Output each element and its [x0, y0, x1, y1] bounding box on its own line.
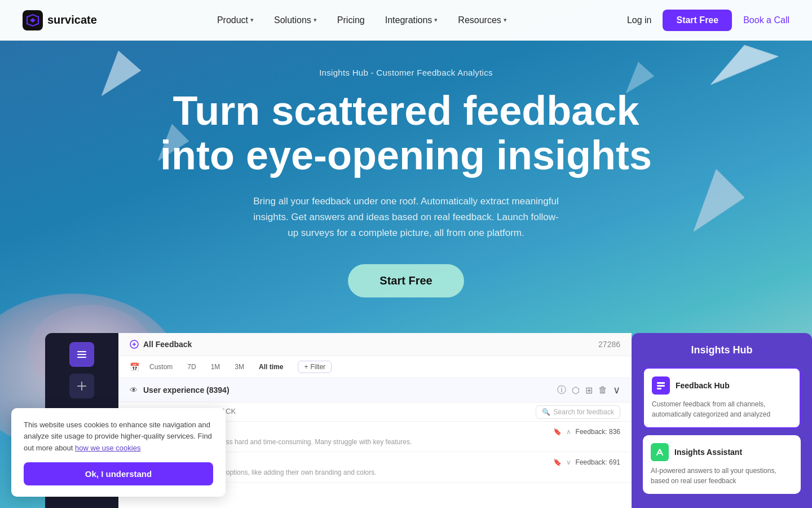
nav-item-resources[interactable]: Resources ▾	[458, 15, 506, 25]
book-call-button[interactable]: Book a Call	[743, 15, 789, 25]
feedback-hub-desc: Customer feedback from all channels, aut…	[652, 399, 792, 419]
ux-actions: ⓘ ⬡ ⊞ 🗑 ∨	[557, 384, 620, 396]
filter-tab-alltime[interactable]: All time	[254, 361, 288, 373]
search-icon: 🔍	[542, 408, 550, 416]
chevron-icon: ▾	[314, 16, 317, 24]
logo-icon	[23, 10, 43, 30]
svg-rect-13	[77, 354, 86, 355]
list-icon	[76, 349, 87, 360]
plus-icon: +	[304, 363, 308, 371]
feedback-hub-title: Feedback Hub	[676, 381, 730, 390]
insights-assistant-title: Insights Assistant	[674, 448, 742, 457]
feedback-icon	[130, 340, 139, 349]
filter-button[interactable]: + Filter	[298, 361, 332, 373]
hero-title-line1: Turn scattered feedback	[173, 88, 639, 133]
feedback-count-1: Feedback: 836	[576, 428, 620, 436]
nav-item-pricing[interactable]: Pricing	[337, 15, 365, 25]
feedback-count-2: Feedback: 691	[576, 458, 620, 466]
info-button[interactable]: ⓘ	[557, 384, 566, 396]
insights-assistant-icon	[651, 443, 669, 461]
delete-button[interactable]: 🗑	[598, 385, 607, 395]
filter-tab-1m[interactable]: 1M	[206, 361, 225, 373]
eye-icon: 👁	[130, 386, 138, 395]
chevron-icon: ▾	[250, 16, 254, 24]
share-button[interactable]: ⬡	[572, 385, 580, 396]
insight-card-feedback-hub[interactable]: Feedback Hub Customer feedback from all …	[643, 367, 801, 428]
hero-description: Bring all your feedback under one roof. …	[248, 194, 564, 241]
insight-card-insights-assistant[interactable]: Insights Assistant AI-powered answers to…	[643, 435, 801, 494]
ux-title: User experience (8394)	[143, 386, 551, 395]
svg-rect-16	[77, 386, 86, 387]
hero-section: Insights Hub - Customer Feedback Analyti…	[0, 41, 812, 297]
insights-panel-title: Insights Hub	[643, 344, 801, 356]
bookmark-btn-2[interactable]: 🔖	[553, 458, 562, 466]
insights-panel: Insights Hub Feedback Hub Customer feedb…	[632, 333, 812, 508]
svg-rect-20	[657, 388, 661, 389]
add-icon	[76, 380, 87, 392]
sidebar-icon-add[interactable]	[69, 374, 94, 398]
search-placeholder-text: Search for feedback	[554, 408, 614, 416]
svg-rect-19	[657, 385, 665, 387]
start-free-button[interactable]: Start Free	[663, 10, 732, 31]
filter-tab-7d[interactable]: 7D	[183, 361, 200, 373]
feedback-actions-1: 🔖 ∧ Feedback: 836	[553, 428, 620, 436]
feedback-actions-2: 🔖 ∨ Feedback: 691	[553, 458, 620, 466]
calendar-icon: 📅	[130, 362, 139, 371]
cookie-banner: This website uses cookies to enhance sit…	[11, 408, 226, 497]
feedback-hub-icon	[652, 376, 670, 395]
navbar: survicate Product ▾ Solutions ▾ Pricing …	[0, 0, 812, 41]
feedback-total-count: 27286	[598, 340, 620, 349]
hero-title: Turn scattered feedback into eye-opening…	[160, 89, 652, 178]
user-experience-row: 👁 User experience (8394) ⓘ ⬡ ⊞ 🗑 ∨	[118, 378, 632, 402]
filter-tab-3m[interactable]: 3M	[230, 361, 249, 373]
cookie-text: This website uses cookies to enhance sit…	[24, 419, 213, 454]
downvote-btn-2[interactable]: ∨	[566, 458, 571, 466]
chevron-icon: ▾	[434, 16, 438, 24]
panel-header: All Feedback 27286	[118, 333, 632, 356]
cookie-accept-button[interactable]: Ok, I understand	[24, 462, 213, 485]
upvote-btn-1[interactable]: ∧	[566, 428, 571, 436]
bookmark-btn-1[interactable]: 🔖	[553, 428, 562, 436]
hero-title-line2: into eye-opening insights	[160, 133, 652, 178]
hero-subtitle: Insights Hub - Customer Feedback Analyti…	[319, 68, 493, 77]
filter-tab-custom[interactable]: Custom	[145, 361, 177, 373]
filter-bar: 📅 Custom 7D 1M 3M All time + Filter	[118, 356, 632, 378]
brand-name: survicate	[47, 14, 97, 27]
navbar-actions: Log in Start Free Book a Call	[627, 10, 789, 31]
insights-assistant-desc: AI-powered answers to all your questions…	[651, 466, 793, 486]
brand-logo[interactable]: survicate	[23, 10, 97, 30]
nav-item-solutions[interactable]: Solutions ▾	[274, 15, 317, 25]
login-button[interactable]: Log in	[627, 15, 652, 25]
search-box[interactable]: 🔍 Search for feedback	[536, 405, 620, 419]
hero-cta-button[interactable]: Start Free	[348, 264, 464, 297]
chevron-icon: ▾	[504, 16, 507, 24]
nav-item-integrations[interactable]: Integrations ▾	[385, 15, 438, 25]
svg-rect-12	[77, 351, 86, 352]
all-feedback-label: All Feedback	[130, 340, 192, 349]
nav-links: Product ▾ Solutions ▾ Pricing Integratio…	[217, 15, 507, 25]
svg-rect-14	[77, 357, 86, 358]
svg-rect-18	[657, 382, 665, 384]
expand-button[interactable]: ∨	[613, 384, 620, 396]
sidebar-icon-list[interactable]	[69, 342, 94, 367]
cookie-link[interactable]: how we use cookies	[75, 444, 140, 452]
grid-button[interactable]: ⊞	[585, 385, 593, 396]
nav-item-product[interactable]: Product ▾	[217, 15, 254, 25]
